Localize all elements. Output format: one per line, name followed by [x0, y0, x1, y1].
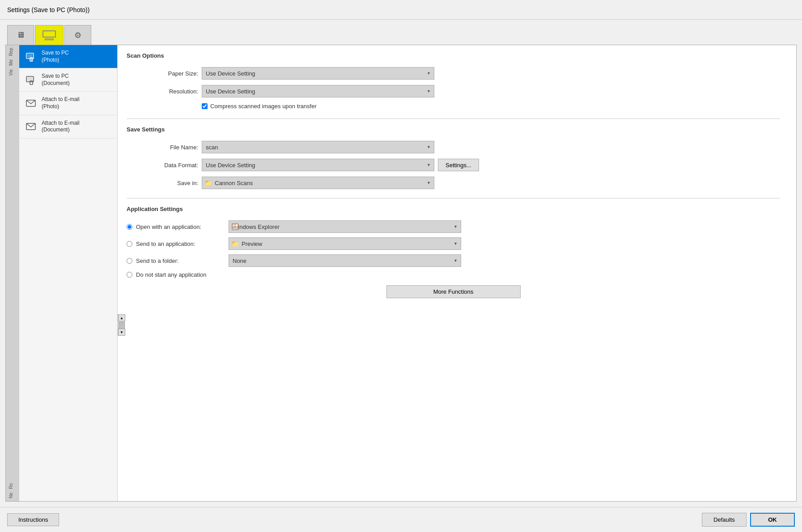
panel-content: Scan Options Paper Size: Use Device Sett… [118, 45, 789, 314]
send-to-app-radio[interactable] [127, 241, 132, 247]
svg-rect-6 [30, 81, 33, 84]
send-to-app-label: Send to an application: [136, 241, 195, 247]
do-not-start-label-col: Do not start any application [127, 271, 225, 278]
sidebar-item-attach-email-document[interactable]: Attach to E-mail(Document) [19, 115, 117, 139]
attach-email-photo-icon [25, 97, 37, 110]
save-photo-icon [25, 51, 37, 63]
sidebar-item-label-save-document: Save to PC(Document) [42, 73, 70, 87]
divider-2 [127, 198, 780, 198]
send-to-folder-label: Send to a folder: [136, 258, 178, 264]
open-with-app-label: Open with an application: [136, 224, 201, 230]
data-format-select[interactable]: Use Device Setting JPEG PDF [202, 159, 434, 171]
tab-tools[interactable]: ⚙ [64, 25, 91, 45]
left-side-ne: Ne [8, 492, 17, 499]
send-to-app-row: Send to an application: 📁 Preview Window… [127, 237, 780, 250]
resolution-select-wrapper: Use Device Setting 75 dpi 150 dpi 300 dp… [202, 85, 434, 97]
data-format-row: Data Format: Use Device Setting JPEG PDF… [127, 159, 780, 171]
settings-button[interactable]: Settings... [438, 159, 479, 171]
compress-checkbox-row: Compress scanned images upon transfer [202, 103, 780, 110]
send-to-folder-radio[interactable] [127, 258, 132, 264]
left-side-rep: Rep [8, 47, 17, 57]
do-not-start-row: Do not start any application [127, 271, 780, 278]
defaults-button[interactable]: Defaults [702, 513, 747, 527]
title-bar: Settings (Save to PC (Photo)) [0, 0, 802, 20]
dialog-body: Rep Me Vie Ro Ne Save to PC(Photo) [5, 45, 797, 502]
paper-size-label: Paper Size: [127, 70, 198, 77]
file-name-select-wrapper: scan img [202, 141, 434, 153]
window-title: Settings (Save to PC (Photo)) [7, 6, 89, 13]
main-panel: Scan Options Paper Size: Use Device Sett… [118, 45, 796, 501]
paper-size-select-wrapper: Use Device Setting A4 Letter [202, 67, 434, 80]
paper-size-row: Paper Size: Use Device Setting A4 Letter [127, 67, 780, 80]
tab-monitor[interactable]: 🖥 [7, 25, 34, 45]
save-document-icon [25, 74, 37, 86]
resolution-label: Resolution: [127, 88, 198, 95]
bottom-right: Defaults OK [702, 513, 795, 527]
data-format-select-wrapper: Use Device Setting JPEG PDF [202, 159, 434, 171]
compress-label: Compress scanned images upon transfer [210, 103, 317, 110]
sidebar-item-save-to-pc-photo[interactable]: Save to PC(Photo) [19, 45, 117, 68]
open-with-app-row: Open with an application: 🪟 Windows Expl… [127, 220, 780, 233]
tools-icon: ⚙ [74, 30, 81, 40]
do-not-start-radio[interactable] [127, 272, 132, 278]
sidebar: Save to PC(Photo) Save to PC(Document) [19, 45, 118, 501]
sidebar-item-label-save-photo: Save to PC(Photo) [42, 50, 69, 63]
sidebar-item-label-attach-document: Attach to E-mail(Document) [42, 120, 80, 134]
bottom-left: Instructions [7, 513, 59, 526]
send-to-folder-row: Send to a folder: None Documents [127, 254, 780, 267]
send-to-app-select-wrapper: 📁 Preview Windows Explorer [229, 237, 461, 250]
more-functions-row: More Functions [127, 285, 780, 298]
do-not-start-label: Do not start any application [136, 271, 207, 278]
send-to-folder-label-col: Send to a folder: [127, 258, 225, 264]
scan-options-section: Scan Options Paper Size: Use Device Sett… [127, 52, 780, 110]
save-in-row: Save in: 📁 Cannon Scans Documents Deskto… [127, 177, 780, 189]
tab-scanner[interactable] [35, 25, 64, 45]
tab-bar: 🖥 ⚙ [5, 25, 797, 45]
file-name-label: File Name: [127, 144, 198, 151]
sidebar-item-save-to-pc-document[interactable]: Save to PC(Document) [19, 68, 117, 92]
scroll-down-arrow[interactable]: ▼ [118, 329, 125, 336]
resolution-select[interactable]: Use Device Setting 75 dpi 150 dpi 300 dp… [202, 85, 434, 97]
more-functions-button[interactable]: More Functions [386, 285, 521, 298]
send-to-folder-select[interactable]: None Documents [229, 254, 461, 267]
send-to-app-select[interactable]: Preview Windows Explorer [229, 237, 461, 250]
scrollbar[interactable]: ▲ ▼ [118, 314, 125, 336]
left-side-area: Rep Me Vie Ro Ne [6, 45, 19, 501]
svg-rect-1 [27, 54, 33, 58]
send-to-app-label-col: Send to an application: [127, 241, 225, 247]
resolution-row: Resolution: Use Device Setting 75 dpi 15… [127, 85, 780, 97]
left-side-me: Me [8, 59, 17, 67]
application-settings-section: Application Settings Open with an applic… [127, 206, 780, 298]
save-in-select-wrapper: 📁 Cannon Scans Documents Desktop [202, 177, 434, 189]
paper-size-select[interactable]: Use Device Setting A4 Letter [202, 67, 434, 80]
application-settings-title: Application Settings [127, 206, 780, 214]
sidebar-item-label-attach-photo: Attach to E-mail(Photo) [42, 96, 80, 110]
monitor-icon: 🖥 [17, 30, 25, 40]
open-with-app-radio[interactable] [127, 224, 132, 230]
ok-button[interactable]: OK [750, 513, 795, 527]
send-to-folder-select-wrapper: None Documents [229, 254, 461, 267]
instructions-button[interactable]: Instructions [7, 513, 59, 526]
open-with-app-select-wrapper: 🪟 Windows Explorer Preview [229, 220, 461, 233]
main-content: 🖥 ⚙ Rep Me Vie Ro Ne [0, 20, 802, 507]
sidebar-item-attach-email-photo[interactable]: Attach to E-mail(Photo) [19, 92, 117, 115]
save-in-label: Save in: [127, 180, 198, 186]
scan-options-title: Scan Options [127, 52, 780, 61]
attach-email-document-icon [25, 120, 37, 133]
divider-1 [127, 118, 780, 119]
scroll-up-arrow[interactable]: ▲ [118, 314, 125, 321]
save-in-select[interactable]: Cannon Scans Documents Desktop [202, 177, 434, 189]
file-name-row: File Name: scan img [127, 141, 780, 153]
save-settings-section: Save Settings File Name: scan img [127, 126, 780, 189]
compress-checkbox[interactable] [202, 103, 208, 109]
save-settings-title: Save Settings [127, 126, 780, 135]
bottom-bar: Instructions Defaults OK [0, 507, 802, 532]
file-name-select[interactable]: scan img [202, 141, 434, 153]
svg-rect-5 [27, 77, 33, 81]
data-format-label: Data Format: [127, 162, 198, 169]
open-with-app-label-col: Open with an application: [127, 224, 225, 230]
left-side-vie: Vie [8, 68, 17, 76]
open-with-app-select[interactable]: Windows Explorer Preview [229, 220, 461, 233]
scanner-icon [42, 30, 56, 40]
left-side-ro: Ro [8, 482, 17, 490]
